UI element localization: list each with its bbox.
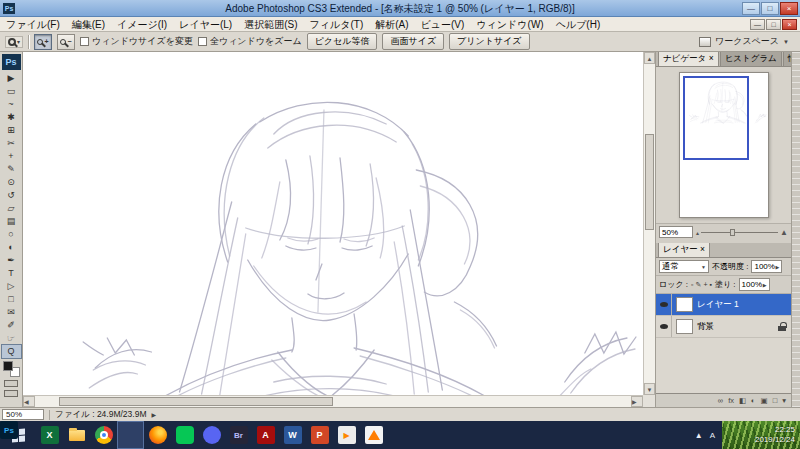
- rectangular-marquee-tool[interactable]: ▭: [2, 85, 21, 98]
- slice-tool[interactable]: ✂: [2, 137, 21, 150]
- taskbar-chrome[interactable]: [90, 421, 117, 449]
- visibility-cell[interactable]: [656, 316, 672, 337]
- vertical-scroll-track[interactable]: [644, 64, 655, 383]
- lock-position-icon[interactable]: +: [703, 281, 707, 289]
- path-selection-tool[interactable]: ▷: [2, 280, 21, 293]
- zoom-tool[interactable]: Q: [2, 345, 21, 358]
- navigator-thumbnail[interactable]: [679, 72, 769, 218]
- menu-window[interactable]: ウィンドウ(W): [470, 17, 549, 32]
- move-tool[interactable]: ▶: [2, 72, 21, 85]
- clone-stamp-tool[interactable]: ⊙: [2, 176, 21, 189]
- brush-tool[interactable]: ✎: [2, 163, 21, 176]
- crop-tool[interactable]: ⊞: [2, 124, 21, 137]
- menu-help[interactable]: ヘルプ(H): [550, 17, 607, 32]
- taskbar-acrobat[interactable]: A: [252, 421, 279, 449]
- menu-analysis[interactable]: 解析(A): [369, 17, 414, 32]
- taskbar-powerpoint[interactable]: P: [306, 421, 333, 449]
- dodge-tool[interactable]: ◐: [2, 241, 21, 254]
- menu-filter[interactable]: フィルタ(T): [304, 17, 370, 32]
- gradient-tool[interactable]: ▤: [2, 215, 21, 228]
- taskbar-excel[interactable]: X: [36, 421, 63, 449]
- zoom-out-small-icon[interactable]: ▴: [696, 229, 699, 236]
- eraser-tool[interactable]: ▱: [2, 202, 21, 215]
- slider-rail[interactable]: [701, 232, 778, 233]
- blend-mode-select[interactable]: 通常 ▼: [659, 260, 709, 273]
- type-tool[interactable]: T: [2, 267, 21, 280]
- doc-restore-button[interactable]: □: [766, 19, 781, 30]
- doc-close-button[interactable]: ×: [782, 19, 797, 30]
- tab-navigator[interactable]: ナビゲータ ×: [658, 52, 719, 66]
- layer-row-layer1[interactable]: レイヤー 1: [656, 294, 791, 316]
- resize-windows-checkbox[interactable]: ウィンドウサイズを変更: [80, 35, 193, 48]
- zoom-out-button[interactable]: −: [57, 34, 75, 50]
- layer-mask-icon[interactable]: ◧: [739, 396, 746, 405]
- menu-edit[interactable]: 編集(E): [66, 17, 111, 32]
- workspace-button[interactable]: ワークスペース ▼: [699, 35, 789, 48]
- layer-thumbnail[interactable]: [676, 297, 693, 312]
- color-swatches[interactable]: [3, 361, 20, 377]
- pen-tool[interactable]: ✒: [2, 254, 21, 267]
- slider-knob[interactable]: [730, 229, 735, 236]
- delete-layer-icon[interactable]: ▾: [782, 396, 786, 405]
- horizontal-scroll-thumb[interactable]: [59, 397, 333, 406]
- zoom-in-button[interactable]: +: [34, 34, 52, 50]
- navigator-zoom-slider[interactable]: ▴ ▲: [696, 228, 788, 237]
- blur-tool[interactable]: ○: [2, 228, 21, 241]
- notes-tool[interactable]: ✉: [2, 306, 21, 319]
- ime-indicator[interactable]: A: [710, 431, 715, 440]
- menu-file[interactable]: ファイル(F): [0, 17, 66, 32]
- menu-layer[interactable]: レイヤー(L): [173, 17, 238, 32]
- eye-icon[interactable]: [660, 324, 668, 329]
- menu-view[interactable]: ビュー(V): [415, 17, 471, 32]
- vertical-scrollbar[interactable]: ▲ ▼: [643, 52, 655, 395]
- maximize-button[interactable]: □: [761, 2, 779, 15]
- tab-info[interactable]: 情報: [783, 52, 791, 66]
- history-brush-tool[interactable]: ↺: [2, 189, 21, 202]
- taskbar-photoshop[interactable]: Ps: [117, 421, 144, 449]
- actual-pixels-button[interactable]: ピクセル等倍: [307, 33, 378, 50]
- close-button[interactable]: ×: [780, 2, 798, 15]
- eye-icon[interactable]: [660, 302, 668, 307]
- link-layers-icon[interactable]: ∞: [718, 396, 723, 405]
- layer-style-icon[interactable]: fx: [728, 396, 734, 405]
- layer-group-icon[interactable]: ▣: [761, 396, 768, 405]
- fill-field[interactable]: 100% ▶: [739, 278, 770, 291]
- taskbar-vlc[interactable]: [360, 421, 387, 449]
- new-layer-icon[interactable]: □: [773, 396, 778, 405]
- adjustment-layer-icon[interactable]: ◐: [751, 396, 756, 405]
- tab-layers[interactable]: レイヤー ×: [658, 243, 710, 257]
- shape-tool[interactable]: □: [2, 293, 21, 306]
- zoom-in-large-icon[interactable]: ▲: [780, 228, 788, 237]
- status-zoom-field[interactable]: 50%: [2, 409, 44, 420]
- scroll-left-arrow[interactable]: ◀: [23, 396, 35, 407]
- quick-selection-tool[interactable]: ✱: [2, 111, 21, 124]
- foreground-color-swatch[interactable]: [3, 361, 13, 371]
- taskbar-word[interactable]: W: [279, 421, 306, 449]
- dock-collapse-strip[interactable]: [791, 52, 800, 407]
- horizontal-scroll-track[interactable]: [35, 396, 631, 407]
- lock-all-icon[interactable]: ▪: [709, 281, 711, 289]
- tab-histogram[interactable]: ヒストグラム: [720, 52, 782, 66]
- scroll-up-arrow[interactable]: ▲: [644, 52, 655, 64]
- layer-row-background[interactable]: 背景: [656, 316, 791, 338]
- opacity-field[interactable]: 100% ▶: [751, 260, 782, 273]
- status-expand-arrow[interactable]: ▶: [152, 411, 157, 418]
- eyedropper-tool[interactable]: ✐: [2, 319, 21, 332]
- taskbar-file-explorer[interactable]: [63, 421, 90, 449]
- doc-minimize-button[interactable]: —: [750, 19, 765, 30]
- taskbar-bridge[interactable]: Br: [225, 421, 252, 449]
- document-canvas[interactable]: ▲ ▼ ◀ ▶: [23, 52, 655, 407]
- taskbar-clock[interactable]: 22:25 2019/12/24: [722, 421, 800, 449]
- layer-name[interactable]: レイヤー 1: [697, 299, 791, 311]
- lasso-tool[interactable]: ~: [2, 98, 21, 111]
- title-bar[interactable]: Ps Adobe Photoshop CS3 Extended - [名称未設定…: [0, 0, 800, 17]
- healing-brush-tool[interactable]: +: [2, 150, 21, 163]
- quick-mask-button[interactable]: [4, 380, 18, 387]
- taskbar-line[interactable]: [171, 421, 198, 449]
- zoom-all-windows-checkbox[interactable]: 全ウィンドウをズーム: [198, 35, 302, 48]
- taskbar-discord[interactable]: [198, 421, 225, 449]
- scroll-down-arrow[interactable]: ▼: [644, 383, 655, 395]
- screen-mode-button[interactable]: [4, 390, 18, 397]
- taskbar-firefox[interactable]: [144, 421, 171, 449]
- scroll-right-arrow[interactable]: ▶: [631, 396, 643, 407]
